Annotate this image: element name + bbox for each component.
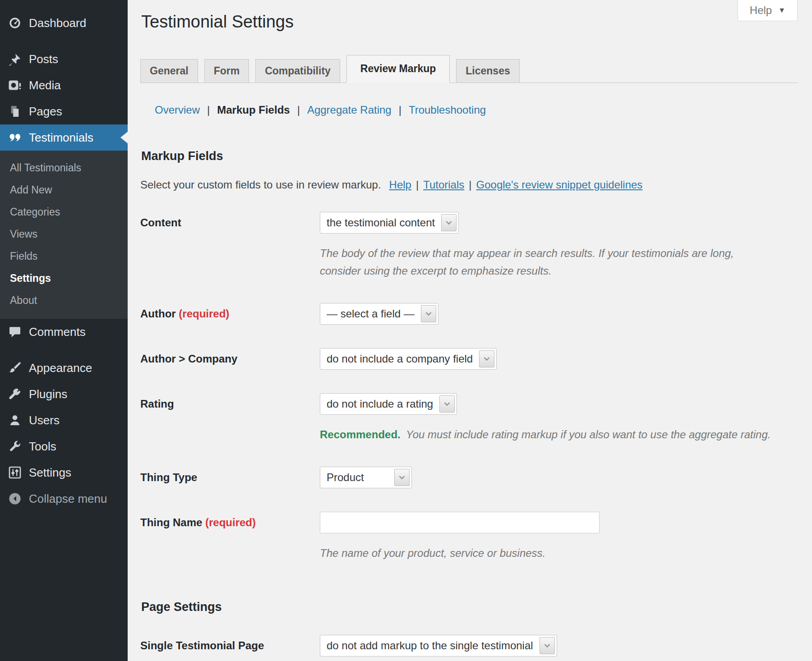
sidebar-item-label: Settings	[29, 466, 71, 480]
sidebar-item-label: Posts	[29, 52, 58, 66]
page-title: Testimonial Settings	[141, 12, 798, 32]
tab-bar: GeneralFormCompatibilityReview MarkupLic…	[140, 55, 798, 83]
subnav-link-troubleshooting[interactable]: Troubleshooting	[409, 104, 486, 116]
select-value: the testimonial content	[327, 216, 441, 229]
thing-name-input[interactable]	[320, 512, 600, 533]
chevron-down-icon	[394, 469, 410, 486]
tab-general[interactable]: General	[140, 59, 198, 83]
intro-link-tutorials[interactable]: Tutorials	[423, 179, 464, 191]
brush-icon	[8, 361, 22, 375]
submenu-item-views[interactable]: Views	[0, 223, 128, 245]
form-row-content: Contentthe testimonial contentThe body o…	[140, 212, 798, 280]
intro-text: Select your custom fields to use in revi…	[140, 179, 381, 191]
submenu-item-fields[interactable]: Fields	[0, 245, 128, 267]
subnav-link-aggregate-rating[interactable]: Aggregate Rating	[307, 104, 392, 116]
form-row-single-testimonial-page: Single Testimonial Pagedo not add markup…	[140, 635, 798, 656]
select-value: — select a field —	[327, 308, 421, 320]
subnav: Overview|Markup Fields|Aggregate Rating|…	[155, 104, 798, 116]
tab-licenses[interactable]: Licenses	[456, 59, 519, 83]
single-testimonial-page-select[interactable]: do not add markup to the single testimon…	[320, 635, 557, 656]
sidebar-item-label: Dashboard	[29, 16, 86, 30]
subnav-separator: |	[399, 104, 401, 116]
dashboard-icon	[8, 16, 22, 30]
sidebar-item-media[interactable]: Media	[0, 72, 128, 98]
sidebar-item-comments[interactable]: Comments	[0, 319, 128, 345]
thing-type-select[interactable]: Product	[320, 467, 412, 488]
caret-down-icon: ▼	[778, 6, 785, 14]
tab-form[interactable]: Form	[204, 59, 249, 83]
field-label-author: Author (required)	[140, 308, 320, 320]
required-indicator: (required)	[205, 516, 256, 528]
required-indicator: (required)	[179, 308, 229, 320]
select-value: Product	[327, 471, 394, 484]
admin-sidebar: DashboardPostsMediaPagesTestimonialsAll …	[0, 0, 128, 661]
submenu-item-all-testimonials[interactable]: All Testimonials	[0, 157, 128, 179]
intro-line: Select your custom fields to use in revi…	[140, 179, 798, 191]
submenu-item-categories[interactable]: Categories	[0, 201, 128, 223]
field-label-author-company: Author > Company	[140, 353, 320, 365]
field-label-text: Author	[140, 308, 176, 320]
comment-icon	[8, 325, 22, 339]
subnav-separator: |	[207, 104, 210, 116]
subnav-link-overview[interactable]: Overview	[155, 104, 200, 116]
rating-select[interactable]: do not include a rating	[320, 393, 457, 415]
field-label-thing-name: Thing Name (required)	[140, 516, 320, 529]
testimonials-submenu: All TestimonialsAdd NewCategoriesViewsFi…	[0, 151, 128, 319]
sidebar-menu: DashboardPostsMediaPagesTestimonialsAll …	[0, 10, 128, 512]
author-select[interactable]: — select a field —	[320, 303, 438, 325]
user-icon	[8, 413, 22, 427]
main-content: Help ▼ Testimonial Settings GeneralFormC…	[128, 0, 812, 661]
author-company-select[interactable]: do not include a company field	[320, 348, 497, 370]
wrench-icon	[8, 440, 22, 453]
chevron-down-icon	[441, 214, 457, 231]
field-label-content: Content	[140, 216, 320, 229]
sidebar-item-pages[interactable]: Pages	[0, 98, 128, 124]
submenu-item-add-new[interactable]: Add New	[0, 179, 128, 201]
sidebar-item-label: Collapse menu	[29, 492, 107, 506]
content-select[interactable]: the testimonial content	[320, 212, 459, 234]
sidebar-item-label: Tools	[29, 440, 56, 454]
intro-link-google-s-review-snippet-guidelines[interactable]: Google's review snippet guidelines	[476, 179, 643, 191]
tab-compatibility[interactable]: Compatibility	[255, 59, 340, 83]
sidebar-item-plugins[interactable]: Plugins	[0, 381, 128, 407]
field-description-line: consider using the excerpt to emphasize …	[320, 262, 798, 280]
intro-link-help[interactable]: Help	[389, 179, 411, 191]
form-row-thing-type: Thing TypeProduct	[140, 467, 798, 488]
form-row-author: Author (required)— select a field —	[140, 303, 798, 325]
sidebar-item-testimonials[interactable]: Testimonials	[0, 124, 128, 151]
field-label-text: Rating	[140, 398, 174, 410]
quote-icon	[8, 131, 22, 144]
help-button-label: Help	[750, 4, 772, 17]
select-value: do not add markup to the single testimon…	[327, 639, 540, 652]
field-label-text: Single Testimonial Page	[140, 639, 264, 652]
pushpin-icon	[8, 52, 22, 66]
field-label-text: Author > Company	[140, 353, 237, 365]
tab-review-markup[interactable]: Review Markup	[346, 55, 450, 83]
field-description: The body of the review that may appear i…	[320, 244, 798, 280]
sidebar-item-label: Media	[29, 78, 61, 92]
select-value: do not include a rating	[327, 398, 439, 410]
menu-separator	[0, 345, 128, 355]
sidebar-item-tools[interactable]: Tools	[0, 433, 128, 459]
page-settings-form: Single Testimonial Pagedo not add markup…	[140, 635, 798, 656]
field-description-line: The name of your product, service or bus…	[320, 544, 798, 562]
sidebar-item-dashboard[interactable]: Dashboard	[0, 10, 128, 36]
recommended-label: Recommended.	[320, 428, 401, 441]
subnav-separator: |	[297, 104, 300, 116]
field-label-rating: Rating	[140, 398, 320, 410]
sidebar-item-posts[interactable]: Posts	[0, 46, 128, 72]
field-label-text: Content	[140, 216, 181, 229]
subnav-link-markup-fields[interactable]: Markup Fields	[217, 104, 290, 116]
chevron-down-icon	[540, 637, 555, 654]
markup-fields-heading: Markup Fields	[141, 149, 798, 163]
sidebar-item-collapse[interactable]: Collapse menu	[0, 486, 128, 512]
chevron-down-icon	[421, 305, 436, 322]
sidebar-item-settings[interactable]: Settings	[0, 459, 128, 486]
help-button[interactable]: Help ▼	[738, 0, 798, 21]
submenu-item-settings[interactable]: Settings	[0, 267, 128, 289]
sidebar-item-appearance[interactable]: Appearance	[0, 355, 128, 381]
submenu-item-about[interactable]: About	[0, 289, 128, 312]
sidebar-item-users[interactable]: Users	[0, 407, 128, 433]
form-row-thing-name: Thing Name (required)The name of your pr…	[140, 512, 798, 562]
sliders-icon	[8, 466, 22, 479]
